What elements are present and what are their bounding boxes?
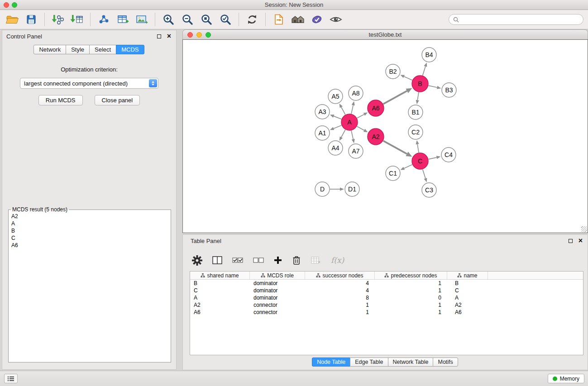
graph-edge[interactable] bbox=[383, 141, 407, 154]
zoom-window-button[interactable] bbox=[12, 2, 17, 8]
graph-edge[interactable] bbox=[351, 105, 353, 114]
network-graph[interactable]: B4B2BB3A5A8A6B1A3AC2A1A2A4A7C4CC1C3DD1 bbox=[183, 40, 588, 233]
graph-node-A8[interactable]: A8 bbox=[349, 86, 363, 100]
graph-node-A5[interactable]: A5 bbox=[328, 89, 343, 104]
graph-node-C2[interactable]: C2 bbox=[408, 125, 423, 139]
zoom-selected-button[interactable] bbox=[216, 11, 235, 28]
graph-edge[interactable] bbox=[429, 157, 437, 159]
tab-mcds[interactable]: MCDS bbox=[116, 45, 144, 54]
graph-node-A[interactable]: A bbox=[341, 114, 358, 130]
graph-node-A2[interactable]: A2 bbox=[368, 129, 384, 145]
first-neighbors-button[interactable] bbox=[288, 11, 307, 28]
table-row[interactable]: Adominator80A bbox=[190, 294, 583, 301]
delete-column-button[interactable] bbox=[292, 255, 301, 265]
new-table-button[interactable] bbox=[113, 11, 132, 28]
new-network-button[interactable] bbox=[94, 11, 113, 28]
graph-node-A3[interactable]: A3 bbox=[315, 105, 330, 119]
tab-edge-table[interactable]: Edge Table bbox=[350, 357, 388, 367]
graph-node-D1[interactable]: D1 bbox=[345, 182, 359, 196]
show-columns-button[interactable] bbox=[212, 256, 222, 264]
mcds-result-item[interactable]: A2 bbox=[10, 213, 170, 220]
float-panel-icon[interactable] bbox=[569, 239, 573, 243]
graph-node-B[interactable]: B bbox=[412, 76, 428, 92]
table-row[interactable]: A6connector11A6 bbox=[190, 309, 583, 316]
tab-style[interactable]: Style bbox=[66, 45, 90, 54]
graph-node-C4[interactable]: C4 bbox=[441, 148, 456, 162]
show-hide-button[interactable] bbox=[326, 11, 345, 28]
column-header-successor-nodes[interactable]: successor nodes bbox=[305, 272, 375, 279]
mcds-result-item[interactable]: B bbox=[10, 227, 170, 234]
close-panel-icon[interactable]: × bbox=[578, 237, 583, 244]
tab-motifs[interactable]: Motifs bbox=[433, 357, 458, 367]
network-from-selection-button[interactable] bbox=[269, 11, 288, 28]
graph-node-A4[interactable]: A4 bbox=[328, 141, 343, 155]
graph-edge[interactable] bbox=[341, 107, 345, 115]
search-input[interactable] bbox=[462, 15, 583, 24]
graph-node-A7[interactable]: A7 bbox=[349, 144, 363, 158]
deselect-all-button[interactable] bbox=[253, 257, 264, 263]
tab-node-table[interactable]: Node Table bbox=[312, 357, 350, 367]
tab-select[interactable]: Select bbox=[89, 45, 116, 54]
column-header-shared-name[interactable]: shared name bbox=[190, 272, 250, 279]
graph-edge[interactable] bbox=[423, 67, 425, 76]
graph-edge[interactable] bbox=[351, 131, 353, 139]
graph-edge[interactable] bbox=[417, 144, 419, 153]
table-row[interactable]: Cdominator41C bbox=[190, 287, 583, 294]
zoom-in-button[interactable] bbox=[159, 11, 178, 28]
combo-stepper-icon[interactable] bbox=[149, 79, 157, 87]
optimization-criterion-select[interactable]: largest connected component (directed) bbox=[20, 78, 158, 89]
save-session-button[interactable] bbox=[22, 11, 41, 28]
graph-node-B1[interactable]: B1 bbox=[408, 105, 423, 119]
graph-edge[interactable] bbox=[383, 91, 407, 104]
zoom-out-button[interactable] bbox=[178, 11, 197, 28]
graph-edge[interactable] bbox=[429, 86, 437, 87]
close-panel-icon[interactable]: × bbox=[167, 33, 171, 40]
import-network-button[interactable] bbox=[48, 11, 67, 28]
graph-edge[interactable] bbox=[334, 125, 341, 129]
graph-edge[interactable] bbox=[357, 126, 364, 130]
close-window-button[interactable] bbox=[4, 2, 9, 8]
graph-node-A6[interactable]: A6 bbox=[368, 100, 384, 116]
import-table-button[interactable] bbox=[67, 11, 86, 28]
table-settings-button[interactable] bbox=[192, 255, 202, 266]
function-builder-button[interactable]: f(x) bbox=[331, 256, 344, 265]
refresh-layout-button[interactable] bbox=[243, 11, 262, 28]
tab-network-table[interactable]: Network Table bbox=[388, 357, 434, 367]
network-close-button[interactable] bbox=[187, 32, 193, 38]
export-image-button[interactable] bbox=[132, 11, 151, 28]
network-canvas[interactable]: B4B2BB3A5A8A6B1A3AC2A1A2A4A7C4CC1C3DD1 bbox=[182, 39, 588, 233]
graph-edge[interactable] bbox=[404, 76, 412, 80]
zoom-fit-button[interactable] bbox=[197, 11, 216, 28]
graph-node-B2[interactable]: B2 bbox=[386, 64, 400, 79]
mcds-result-item[interactable]: A bbox=[10, 220, 170, 227]
graph-node-A1[interactable]: A1 bbox=[315, 126, 330, 140]
graph-node-C1[interactable]: C1 bbox=[386, 166, 400, 181]
close-panel-button[interactable]: Close panel bbox=[95, 95, 140, 105]
search-box[interactable] bbox=[449, 14, 583, 25]
graph-node-C[interactable]: C bbox=[412, 153, 428, 169]
tab-network[interactable]: Network bbox=[33, 45, 66, 54]
graph-edge[interactable] bbox=[341, 130, 345, 138]
memory-button[interactable]: Memory bbox=[548, 374, 584, 383]
graph-edge[interactable] bbox=[423, 169, 425, 178]
graph-edge[interactable] bbox=[417, 92, 419, 100]
graph-node-C3[interactable]: C3 bbox=[422, 183, 436, 197]
app-titlebar[interactable]: Session: New Session bbox=[0, 0, 588, 10]
float-panel-icon[interactable] bbox=[157, 34, 161, 38]
network-window-titlebar[interactable]: testGlobe.txt bbox=[182, 29, 588, 39]
resize-grip[interactable] bbox=[581, 226, 587, 232]
task-history-button[interactable] bbox=[4, 374, 18, 383]
apply-style-button[interactable] bbox=[307, 11, 326, 28]
mcds-result-item[interactable]: C bbox=[10, 234, 170, 242]
table-row[interactable]: Bdominator41B bbox=[190, 280, 583, 287]
graph-node-D[interactable]: D bbox=[315, 182, 330, 196]
network-zoom-button[interactable] bbox=[206, 32, 211, 38]
mcds-result-item[interactable]: A6 bbox=[10, 242, 170, 249]
column-header-MCDS-role[interactable]: MCDS role bbox=[250, 272, 305, 279]
graph-edge[interactable] bbox=[404, 165, 412, 168]
column-header-predecessor-nodes[interactable]: predecessor nodes bbox=[375, 272, 447, 279]
column-header-name[interactable]: name bbox=[447, 272, 488, 279]
table-row[interactable]: A2connector11A2 bbox=[190, 301, 583, 309]
open-session-button[interactable] bbox=[3, 11, 22, 28]
add-column-button[interactable] bbox=[274, 256, 282, 264]
